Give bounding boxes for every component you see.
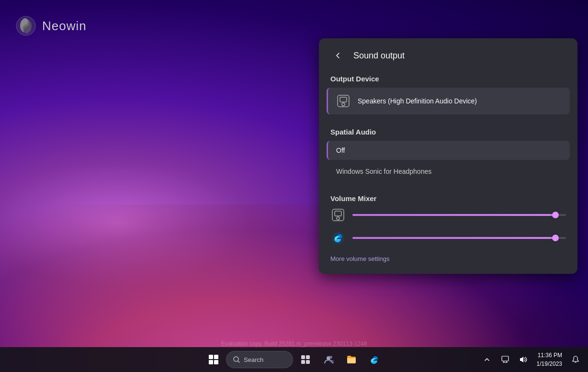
clock-date: 1/19/2023 bbox=[537, 360, 562, 368]
edge-svg-icon bbox=[331, 231, 345, 245]
back-arrow-icon bbox=[334, 52, 342, 59]
system-volume-fill bbox=[352, 214, 555, 216]
edge-volume-fill bbox=[352, 237, 555, 239]
network-icon-button[interactable] bbox=[498, 352, 513, 367]
svg-rect-5 bbox=[335, 211, 341, 216]
system-clock[interactable]: 11:36 PM 1/19/2023 bbox=[534, 350, 565, 369]
edge-taskbar-icon bbox=[369, 354, 380, 365]
output-device-label: Output Device bbox=[319, 71, 577, 88]
spatial-option-windows-sonic[interactable]: Windows Sonic for Headphones bbox=[327, 162, 570, 181]
search-bar-label: Search bbox=[244, 356, 263, 363]
sound-icon bbox=[520, 356, 527, 363]
more-volume-settings-link[interactable]: More volume settings bbox=[330, 253, 390, 264]
edge-taskbar-button[interactable] bbox=[364, 349, 385, 370]
svg-rect-10 bbox=[306, 355, 310, 359]
volume-row-edge bbox=[330, 230, 566, 246]
sound-icon-button[interactable] bbox=[516, 352, 531, 367]
spatial-option-windows-sonic-text: Windows Sonic for Headphones bbox=[336, 168, 431, 175]
taskbar: Search bbox=[0, 347, 588, 372]
svg-point-6 bbox=[337, 217, 339, 220]
search-icon bbox=[233, 356, 240, 363]
teams-button[interactable] bbox=[318, 349, 339, 370]
spatial-option-off-text: Off bbox=[336, 147, 345, 154]
svg-rect-15 bbox=[502, 356, 509, 361]
output-device-name: Speakers (High Definition Audio Device) bbox=[358, 97, 477, 105]
network-icon bbox=[501, 356, 509, 363]
svg-rect-11 bbox=[301, 360, 305, 364]
file-explorer-button[interactable] bbox=[341, 349, 362, 370]
chevron-up-icon bbox=[484, 357, 490, 362]
sound-panel-title: Sound output bbox=[353, 51, 405, 61]
svg-rect-2 bbox=[340, 97, 347, 102]
notification-button[interactable] bbox=[568, 352, 583, 367]
show-hidden-icons-button[interactable] bbox=[479, 352, 495, 367]
sound-panel: Sound output Output Device Speakers (Hig… bbox=[319, 38, 577, 274]
edge-volume-slider[interactable] bbox=[352, 237, 566, 239]
back-button[interactable] bbox=[330, 48, 346, 63]
spatial-option-off[interactable]: Off bbox=[327, 141, 570, 160]
neowin-brand-text: Neowin bbox=[42, 19, 87, 34]
system-volume-slider[interactable] bbox=[352, 214, 566, 216]
system-tray: 11:36 PM 1/19/2023 bbox=[479, 350, 583, 369]
neowin-logo: Neowin bbox=[15, 15, 87, 36]
windows-start-icon bbox=[209, 355, 218, 364]
svg-point-14 bbox=[329, 356, 332, 359]
volume-speakers-icon bbox=[330, 207, 346, 223]
task-view-button[interactable] bbox=[295, 349, 316, 370]
volume-edge-icon bbox=[330, 230, 346, 246]
edge-volume-thumb[interactable] bbox=[552, 235, 559, 241]
system-volume-thumb[interactable] bbox=[552, 212, 559, 218]
sound-panel-header: Sound output bbox=[319, 38, 577, 71]
speaker-icon bbox=[336, 93, 351, 109]
volume-mixer-section: More volume settings bbox=[319, 207, 577, 264]
svg-rect-12 bbox=[306, 360, 310, 364]
output-device-item[interactable]: Speakers (High Definition Audio Device) bbox=[327, 88, 570, 114]
notification-icon bbox=[572, 356, 579, 363]
neowin-icon bbox=[15, 15, 36, 36]
taskbar-center: Search bbox=[203, 349, 385, 370]
svg-point-3 bbox=[342, 103, 345, 106]
teams-icon bbox=[323, 354, 334, 365]
volume-mixer-label: Volume Mixer bbox=[319, 191, 577, 207]
volume-row-system bbox=[330, 207, 566, 223]
search-bar[interactable]: Search bbox=[226, 351, 293, 368]
file-explorer-icon bbox=[346, 354, 357, 365]
clock-time: 11:36 PM bbox=[538, 351, 562, 360]
start-button[interactable] bbox=[203, 349, 224, 370]
svg-rect-9 bbox=[301, 355, 305, 359]
task-view-icon bbox=[301, 355, 310, 364]
spatial-audio-label: Spatial Audio bbox=[319, 124, 577, 141]
